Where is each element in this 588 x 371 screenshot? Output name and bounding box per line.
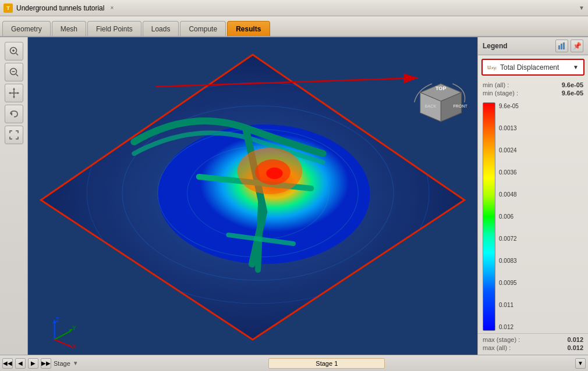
right-panel: Legend 📌 u (477, 37, 588, 355)
status-bar: ◀◀ ◀ ▶ ▶▶ Stage ▼ Stage 1 ▼ (0, 355, 588, 371)
max-stage-row: max (stage) : 0.012 (483, 336, 583, 343)
color-scale-section: 9.6e-05 0.0013 0.0024 0.0036 0.0048 0.00… (478, 100, 588, 333)
svg-text:u: u (487, 63, 491, 70)
nav-next-button[interactable]: ▶ (28, 358, 38, 369)
svg-marker-11 (9, 92, 10, 94)
svg-text:X: X (72, 344, 76, 350)
legend-pin-icon[interactable]: 📌 (571, 40, 583, 52)
zoom-out-button[interactable] (5, 63, 23, 81)
color-bar (483, 102, 495, 331)
fit-icon (9, 130, 19, 140)
nav-first-button[interactable]: ◀◀ (2, 358, 13, 369)
scale-label-9: 0.011 (499, 302, 519, 308)
undo-button[interactable] (5, 105, 23, 123)
svg-line-1 (16, 53, 18, 56)
scale-labels: 9.6e-05 0.0013 0.0024 0.0036 0.0048 0.00… (499, 102, 519, 331)
stats-min-section: min (all) : 9.6e-05 min (stage) : 9.6e-0… (478, 79, 588, 100)
pan-icon (9, 88, 19, 98)
left-toolbar (0, 37, 28, 355)
app-icon: T (3, 3, 13, 13)
min-all-value: 9.6e-05 (562, 81, 583, 88)
zoom-in-button[interactable] (5, 42, 23, 60)
total-displacement-dropdown[interactable]: u xyz Total Displacement ▼ (481, 59, 585, 76)
total-displacement-label: Total Displacement (500, 63, 559, 72)
scale-label-4: 0.0048 (499, 191, 519, 198)
stage-label: Stage (54, 360, 70, 367)
tab-loads[interactable]: Loads (143, 21, 179, 36)
window-dropdown-arrow[interactable]: ▼ (579, 5, 585, 11)
max-stage-value: 0.012 (567, 336, 583, 343)
svg-marker-9 (13, 88, 15, 90)
svg-marker-10 (13, 97, 15, 98)
scale-label-10: 0.012 (499, 324, 519, 330)
min-stage-value: 9.6e-05 (562, 90, 583, 97)
scale-label-8: 0.0095 (499, 280, 519, 286)
zoom-out-icon (9, 67, 19, 77)
legend-title: Legend (483, 42, 508, 50)
scale-label-5: 0.006 (499, 213, 519, 220)
svg-rect-44 (561, 44, 562, 49)
legend-chart-icon[interactable] (555, 40, 568, 52)
total-displacement-container: u xyz Total Displacement ▼ (478, 55, 588, 79)
nav-prev-button[interactable]: ◀ (15, 358, 26, 369)
svg-line-5 (16, 74, 18, 77)
svg-rect-45 (563, 42, 565, 49)
scene-canvas[interactable]: Z Y X TOP F (28, 37, 477, 355)
zoom-in-icon (9, 46, 19, 56)
tab-geometry[interactable]: Geometry (2, 21, 51, 36)
svg-point-24 (266, 167, 282, 179)
stage-dropdown-arrow[interactable]: ▼ (73, 360, 79, 366)
main-layout: Z Y X TOP F (0, 37, 588, 355)
nav-last-button[interactable]: ▶▶ (41, 358, 51, 369)
window-title: Underground tunnels tutorial (16, 4, 104, 12)
tab-compute[interactable]: Compute (180, 21, 226, 36)
fit-view-button[interactable] (5, 126, 23, 144)
scale-label-3: 0.0036 (499, 169, 519, 176)
min-all-row: min (all) : 9.6e-05 (483, 81, 583, 88)
pan-button[interactable] (5, 84, 23, 102)
viewport[interactable]: Z Y X TOP F (28, 37, 477, 355)
scale-label-0: 9.6e-05 (499, 103, 519, 109)
tab-mesh[interactable]: Mesh (52, 21, 86, 36)
stage-center-text: Stage 1 (268, 358, 385, 369)
svg-text:xyz: xyz (491, 65, 497, 70)
svg-rect-43 (558, 45, 560, 49)
scale-label-1: 0.0013 (499, 125, 519, 131)
undo-icon (9, 109, 19, 119)
svg-text:Y: Y (72, 325, 76, 331)
min-all-label: min (all) : (483, 81, 509, 88)
max-stage-label: max (stage) : (483, 336, 520, 343)
close-button[interactable]: × (110, 5, 114, 11)
max-all-row: max (all) : 0.012 (483, 344, 583, 351)
svg-text:Z: Z (56, 317, 59, 323)
scale-label-2: 0.0024 (499, 147, 519, 154)
svg-text:BACK: BACK (425, 104, 437, 108)
scale-label-7: 0.0083 (499, 258, 519, 264)
svg-marker-12 (17, 92, 19, 94)
max-all-value: 0.012 (567, 344, 583, 351)
min-stage-row: min (stage) : 9.6e-05 (483, 90, 583, 97)
dropdown-arrow-icon: ▼ (573, 64, 579, 70)
min-stage-label: min (stage) : (483, 90, 518, 97)
status-right-button[interactable]: ▼ (575, 358, 586, 369)
legend-icon-group: 📌 (555, 40, 583, 52)
svg-text:FRONT: FRONT (453, 104, 467, 108)
max-all-label: max (all) : (483, 344, 511, 351)
scene-svg: Z Y X TOP F (28, 37, 477, 355)
scale-label-6: 0.0072 (499, 236, 519, 242)
tab-bar: Geometry Mesh Field Points Loads Compute… (0, 16, 588, 37)
legend-header: Legend 📌 (478, 37, 588, 55)
svg-text:TOP: TOP (435, 85, 447, 91)
tab-results[interactable]: Results (227, 21, 270, 36)
title-bar: T Underground tunnels tutorial × ▼ (0, 0, 588, 16)
stats-max-section: max (stage) : 0.012 max (all) : 0.012 (478, 333, 588, 355)
tab-field-points[interactable]: Field Points (87, 21, 141, 36)
displacement-icon: u xyz (487, 62, 497, 72)
